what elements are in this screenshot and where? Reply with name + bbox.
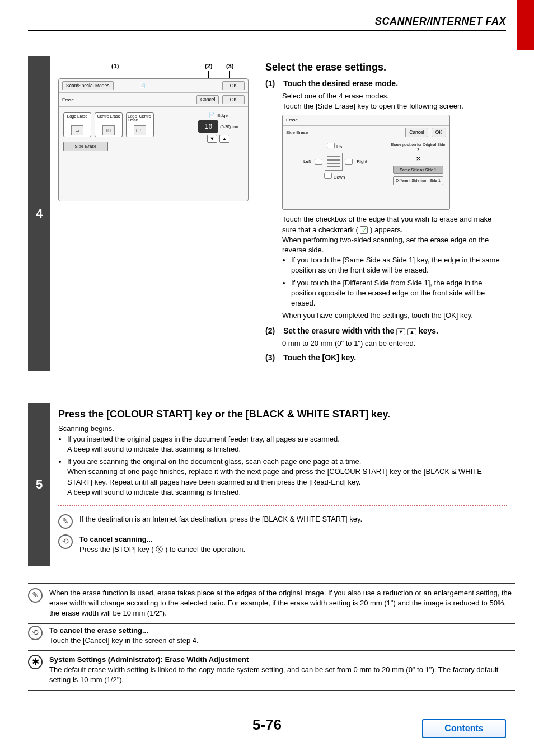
same-side-button[interactable]: Same Side as Side 1 [393,166,443,175]
cancel-icon: ⟲ [58,534,73,549]
sub2-title-a: Set the erasure width with the [283,326,396,335]
step5-b1b: A beep will sound to indicate that scann… [67,445,241,453]
header-title: SCANNER/INTERNET FAX [375,16,506,27]
right-label: Right [357,158,367,165]
edge-width-label: Edge [217,113,228,118]
up-checkbox[interactable] [327,143,335,148]
after-ss2-b1: If you touch the [Same Side as Side 1] k… [291,255,507,275]
left-checkbox[interactable] [315,159,322,165]
edge-erase-icon: ▭ [71,125,83,135]
edge-centre-erase-label: Edge+Centre Erase [128,114,152,122]
doc-icon: 📄 [209,112,215,118]
step5-b1a: If you inserted the original pages in th… [67,435,340,443]
step5-bullet2: If you are scanning the original on the … [67,457,507,497]
edge-centre-erase-button[interactable]: Edge+Centre Erase ▢▢ [126,112,154,137]
after-ss2-p3: When you have completed the settings, to… [282,311,507,321]
chapter-tab [517,0,534,50]
ss1-cancel[interactable]: Cancel [196,95,219,104]
step5-note1: If the destination is an Internet fax de… [79,514,507,524]
callout-2: (2) [205,63,212,69]
width-up-button[interactable]: ▲ [219,135,229,143]
info3-body: The default erase width setting is linke… [49,665,512,685]
ss1-ok[interactable]: OK [222,95,245,104]
step-5-number: 5 [28,403,50,566]
pencil-icon-2: ✎ [28,588,43,603]
info2-body: Touch the [Cancel] key in the screen of … [49,636,199,646]
step5-line0: Scanning begins. [58,424,507,434]
screenshot-erase-modes: Scan/Special Modes 📄 OK Erase Cancel OK … [58,78,249,201]
sub2-title-b: keys. [419,326,438,335]
info-box-3: ✱ System Settings (Administrator): Erase… [28,650,515,691]
arrow-down-icon: ▼ [396,328,405,335]
step5-title: Press the [COLOUR START] key or the [BLA… [58,408,507,420]
callout-1: (1) [111,63,119,69]
centre-erase-label: Centre Erase [97,114,120,118]
info-box-1: ✎ When the erase function is used, erase… [28,583,515,624]
diff-side-button[interactable]: Different Side from Side 1 [393,176,443,185]
gear-icon: ✱ [28,655,43,669]
pencil-icon: ✎ [58,514,73,529]
right-checkbox[interactable] [345,159,353,165]
ss2-ok[interactable]: OK [432,128,446,138]
step5-note2-body: Press the [STOP] key ( ⓧ ) to cancel the… [79,544,507,555]
info-box-2: ⟲ To cancel the erase setting... Touch t… [28,621,515,651]
ss1-sub-label: Erase [62,97,193,102]
erase-width-value: 10 [198,120,218,133]
page-icon: 📄 [139,83,146,88]
down-checkbox[interactable] [324,173,332,179]
screenshot-side-erase: Erase Side Erase Cancel OK Up Left [282,115,450,210]
up-label: Up [336,144,342,150]
checkmark-icon: ✓ [360,226,368,234]
edge-erase-label: Edge Erase [67,114,88,118]
edge-erase-button[interactable]: Edge Erase ▭ [63,112,91,137]
sub1-title: Touch the desired erase mode. [283,79,398,88]
step-4-number: 4 [28,56,50,371]
page-header: SCANNER/INTERNET FAX [28,16,506,31]
ss2-title: Erase [286,117,446,123]
sub1-num: (1) [265,79,281,88]
flip-icon: ⤱ [416,154,421,163]
divider [58,505,507,506]
step-4-row: 4 (1) (2) (3) Scan/Special Modes 📄 OK Er… [28,56,515,371]
info3-title: System Settings (Administrator): Erase W… [49,655,512,665]
contents-button[interactable]: Contents [422,719,506,738]
centre-erase-button[interactable]: Centre Erase ▯▯ [95,112,123,137]
down-label: Down [334,174,345,180]
sub3-title: Touch the [OK] key. [283,353,356,362]
step5-b2c: A beep will sound to indicate that scann… [67,488,241,496]
sub2-line1: 0 mm to 20 mm (0" to 1") can be entered. [282,339,507,349]
width-down-button[interactable]: ▼ [207,135,217,143]
ss2-cancel[interactable]: Cancel [405,128,428,138]
edge-centre-erase-icon: ▢▢ [134,125,146,135]
sub1-line2: Touch the [Side Erase] key to open the f… [282,101,507,111]
side-erase-button[interactable]: Side Erase [63,142,108,151]
after-ss2-p2: When performing two-sided scanning, set … [282,235,507,255]
sub3-num: (3) [265,353,281,362]
left-label: Left [303,158,311,165]
step5-b2b: When scanning of one page finishes, repl… [67,467,482,486]
ss1-mode-label: Scan/Special Modes [62,81,114,90]
ss1-ok-top[interactable]: OK [222,81,245,90]
step5-note2-title: To cancel scanning... [79,534,507,544]
sub1-line1: Select one of the 4 erase modes. [282,91,507,101]
sub2-num: (2) [265,326,281,335]
ss2-pos-header: Erase position for Original Side 2 [390,143,446,152]
cancel-icon-2: ⟲ [28,626,43,640]
step5-bullet1: If you inserted the original pages in th… [67,434,507,454]
after-ss2-b2: If you touch the [Different Side from Si… [291,278,507,309]
erase-width-range: (0-20) mm [220,125,238,129]
step4-title: Select the erase settings. [265,62,507,73]
ss2-subtitle: Side Erase [286,129,402,135]
info1-text: When the erase function is used, erase t… [49,588,512,619]
step5-b2a: If you are scanning the original on the … [67,457,361,466]
centre-erase-icon: ▯▯ [102,125,115,135]
page-preview-icon [325,153,343,171]
after-ss2-p1b: ) appears. [370,226,403,234]
step-5-row: 5 Press the [COLOUR START] key or the [B… [28,403,515,566]
arrow-up-icon: ▲ [407,328,416,335]
callout-3: (3) [226,63,233,69]
info2-title: To cancel the erase setting... [49,626,199,636]
